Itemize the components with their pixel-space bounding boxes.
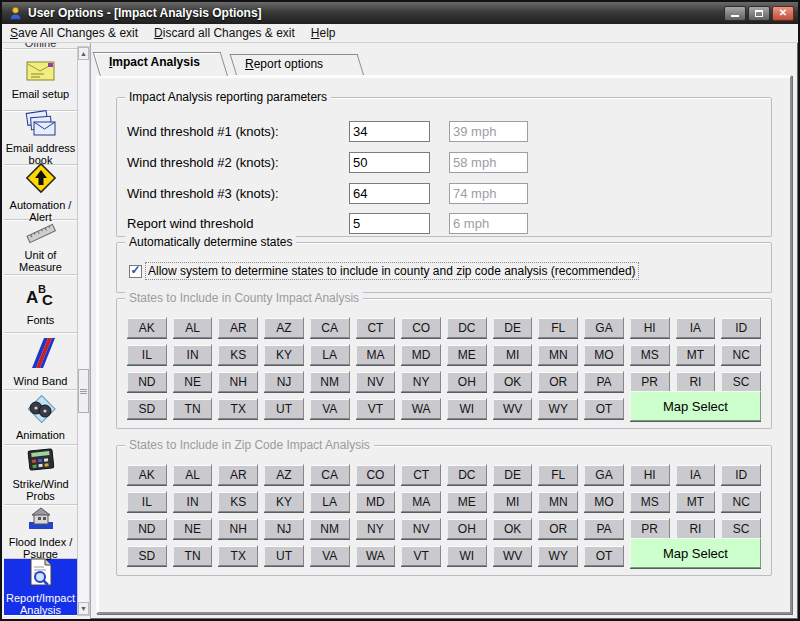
county-state-button-wi[interactable]: WI (447, 398, 487, 419)
auto-determine-checkbox-label[interactable]: Allow system to determine states to incl… (146, 263, 638, 279)
zip-state-button-in[interactable]: IN (173, 491, 213, 512)
county-state-button-ri[interactable]: RI (676, 371, 716, 392)
county-state-button-or[interactable]: OR (538, 371, 578, 392)
zip-state-button-fl[interactable]: FL (538, 464, 578, 485)
county-state-button-fl[interactable]: FL (538, 317, 578, 338)
county-state-button-me[interactable]: ME (447, 344, 487, 365)
zip-state-button-de[interactable]: DE (493, 464, 533, 485)
zip-state-button-nj[interactable]: NJ (264, 518, 304, 539)
zip-state-button-oh[interactable]: OH (447, 518, 487, 539)
county-state-button-mo[interactable]: MO (584, 344, 624, 365)
county-state-button-ms[interactable]: MS (630, 344, 670, 365)
county-state-button-ct[interactable]: CT (356, 317, 396, 338)
zip-map-select-button[interactable]: Map Select (630, 538, 761, 568)
zip-state-button-mt[interactable]: MT (676, 491, 716, 512)
zip-state-button-ms[interactable]: MS (630, 491, 670, 512)
tab-report-options[interactable]: Report options (236, 54, 372, 75)
zip-state-button-ne[interactable]: NE (173, 518, 213, 539)
county-state-button-nv[interactable]: NV (356, 371, 396, 392)
county-state-button-mn[interactable]: MN (538, 344, 578, 365)
county-state-button-md[interactable]: MD (401, 344, 441, 365)
county-state-button-nh[interactable]: NH (218, 371, 258, 392)
sidebar-item-email-address-book[interactable]: Email address book (4, 111, 77, 165)
zip-state-button-wa[interactable]: WA (356, 545, 396, 566)
sidebar-item-email-setup[interactable]: Email setup (4, 49, 77, 111)
county-state-button-tn[interactable]: TN (173, 398, 213, 419)
county-state-button-pa[interactable]: PA (584, 371, 624, 392)
zip-state-button-ct[interactable]: CT (401, 464, 441, 485)
zip-state-button-ok[interactable]: OK (493, 518, 533, 539)
auto-determine-checkbox[interactable]: ✓ (129, 265, 142, 278)
minimize-button[interactable] (724, 6, 746, 21)
sidebar-item-fonts[interactable]: ABCFonts (4, 275, 77, 333)
zip-state-button-ut[interactable]: UT (264, 545, 304, 566)
zip-state-button-me[interactable]: ME (447, 491, 487, 512)
zip-state-button-al[interactable]: AL (173, 464, 213, 485)
county-state-button-ky[interactable]: KY (264, 344, 304, 365)
zip-state-button-nm[interactable]: NM (310, 518, 350, 539)
zip-state-button-ar[interactable]: AR (218, 464, 258, 485)
wind-threshold-2-knots-input[interactable] (349, 152, 430, 173)
county-state-button-nc[interactable]: NC (721, 344, 761, 365)
county-state-button-az[interactable]: AZ (264, 317, 304, 338)
zip-state-button-mn[interactable]: MN (538, 491, 578, 512)
zip-state-button-sc[interactable]: SC (721, 518, 761, 539)
county-state-button-dc[interactable]: DC (447, 317, 487, 338)
county-state-button-ne[interactable]: NE (173, 371, 213, 392)
county-state-button-wv[interactable]: WV (493, 398, 533, 419)
county-state-button-nm[interactable]: NM (310, 371, 350, 392)
zip-state-button-mi[interactable]: MI (493, 491, 533, 512)
zip-state-button-nc[interactable]: NC (721, 491, 761, 512)
scroll-up-arrow-icon[interactable]: ▲ (78, 47, 89, 60)
zip-state-button-tn[interactable]: TN (173, 545, 213, 566)
scroll-down-arrow-icon[interactable]: ▼ (78, 602, 89, 615)
county-state-button-ca[interactable]: CA (310, 317, 350, 338)
zip-state-button-ri[interactable]: RI (676, 518, 716, 539)
menu-discard-all-changes[interactable]: Discard all Changes & exit (146, 24, 303, 42)
zip-state-button-il[interactable]: IL (127, 491, 167, 512)
zip-state-button-or[interactable]: OR (538, 518, 578, 539)
wind-threshold-1-knots-input[interactable] (349, 121, 430, 142)
county-state-button-nd[interactable]: ND (127, 371, 167, 392)
sidebar-item-animation[interactable]: Animation (4, 390, 77, 445)
zip-state-button-ak[interactable]: AK (127, 464, 167, 485)
sidebar-item-automation-alert[interactable]: Automation / Alert (4, 165, 77, 220)
zip-state-button-pa[interactable]: PA (584, 518, 624, 539)
sidebar-item-strike-wind-probs[interactable]: Strike/Wind Probs (4, 445, 77, 505)
menu-save-all-changes[interactable]: Save All Changes & exit (2, 24, 146, 42)
tab-impact-analysis[interactable]: Impact Analysis (100, 52, 236, 76)
county-state-button-mt[interactable]: MT (676, 344, 716, 365)
zip-state-button-hi[interactable]: HI (630, 464, 670, 485)
zip-state-button-mo[interactable]: MO (584, 491, 624, 512)
sidebar-item-report-impact-analysis[interactable]: Report/Impact Analysis (4, 559, 77, 615)
county-state-button-mi[interactable]: MI (493, 344, 533, 365)
zip-state-button-md[interactable]: MD (356, 491, 396, 512)
county-state-button-ak[interactable]: AK (127, 317, 167, 338)
zip-state-button-vt[interactable]: VT (401, 545, 441, 566)
county-state-button-ny[interactable]: NY (401, 371, 441, 392)
zip-state-button-ny[interactable]: NY (356, 518, 396, 539)
county-state-button-in[interactable]: IN (173, 344, 213, 365)
county-map-select-button[interactable]: Map Select (630, 391, 761, 421)
zip-state-button-nd[interactable]: ND (127, 518, 167, 539)
menu-help[interactable]: Help (303, 24, 344, 42)
zip-state-button-ia[interactable]: IA (676, 464, 716, 485)
zip-state-button-va[interactable]: VA (310, 545, 350, 566)
county-state-button-ut[interactable]: UT (264, 398, 304, 419)
county-state-button-id[interactable]: ID (721, 317, 761, 338)
county-state-button-vt[interactable]: VT (356, 398, 396, 419)
county-state-button-ma[interactable]: MA (356, 344, 396, 365)
county-state-button-va[interactable]: VA (310, 398, 350, 419)
sidebar-scrollbar[interactable]: ▲ ▼ (77, 46, 90, 616)
county-state-button-sc[interactable]: SC (721, 371, 761, 392)
zip-state-button-co[interactable]: CO (356, 464, 396, 485)
county-state-button-hi[interactable]: HI (630, 317, 670, 338)
county-state-button-sd[interactable]: SD (127, 398, 167, 419)
zip-state-button-ky[interactable]: KY (264, 491, 304, 512)
zip-state-button-ga[interactable]: GA (584, 464, 624, 485)
zip-state-button-wv[interactable]: WV (493, 545, 533, 566)
county-state-button-ar[interactable]: AR (218, 317, 258, 338)
zip-state-button-sd[interactable]: SD (127, 545, 167, 566)
county-state-button-la[interactable]: LA (310, 344, 350, 365)
zip-state-button-wi[interactable]: WI (447, 545, 487, 566)
